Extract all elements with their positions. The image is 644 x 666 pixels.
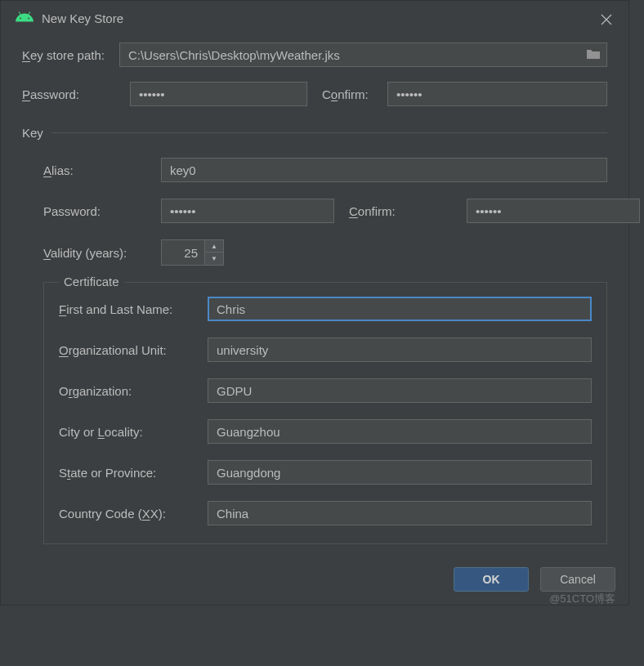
org-row: Organization:	[59, 378, 592, 403]
android-icon	[16, 11, 34, 26]
browse-folder-icon[interactable]	[586, 48, 601, 62]
validity-input[interactable]	[162, 240, 204, 265]
keystore-confirm-input[interactable]	[387, 82, 607, 106]
city-label: City or Locality:	[59, 425, 196, 439]
first-last-name-input[interactable]	[208, 297, 592, 321]
city-row: City or Locality:	[59, 419, 592, 444]
alias-row: Alias:	[43, 158, 607, 182]
keystore-password-group: Password:	[22, 82, 307, 106]
certificate-legend: Certificate	[59, 275, 124, 288]
country-label: Country Code (XX):	[59, 507, 196, 521]
org-label: Organization:	[59, 384, 196, 398]
org-unit-row: Organizational Unit:	[59, 337, 592, 362]
keystore-confirm-group: Confirm:	[322, 82, 607, 106]
keystore-path-wrapper	[119, 42, 607, 67]
keystore-password-row: Password: Confirm:	[22, 82, 607, 106]
country-input[interactable]	[208, 501, 592, 525]
state-label: State or Province:	[59, 466, 196, 480]
ok-button[interactable]: OK	[454, 567, 529, 592]
dialog-title: New Key Store	[42, 11, 123, 25]
org-input[interactable]	[208, 378, 592, 403]
section-divider	[51, 132, 607, 133]
validity-label: Validity (years):	[43, 246, 150, 260]
city-input[interactable]	[208, 419, 592, 444]
spinner-down-icon[interactable]: ▼	[205, 253, 223, 265]
key-password-row: Password: Confirm:	[43, 199, 607, 223]
keystore-confirm-label: Confirm:	[322, 87, 376, 101]
alias-input[interactable]	[161, 158, 607, 182]
cancel-button[interactable]: Cancel	[540, 567, 615, 592]
state-input[interactable]	[208, 460, 592, 485]
dialog-content: Key store path: Password: Confirm: Key	[1, 36, 628, 559]
key-confirm-group: Confirm:	[349, 199, 640, 223]
title-bar: New Key Store	[1, 1, 628, 36]
keystore-password-input[interactable]	[130, 82, 307, 106]
keystore-path-row: Key store path:	[22, 42, 607, 67]
close-icon[interactable]	[599, 12, 614, 27]
validity-spinner: ▲ ▼	[161, 239, 224, 266]
key-section-label: Key	[22, 126, 43, 140]
country-row: Country Code (XX):	[59, 501, 592, 525]
org-unit-input[interactable]	[208, 337, 592, 362]
spinner-buttons: ▲ ▼	[204, 240, 223, 265]
keystore-password-label: Password:	[22, 87, 119, 101]
watermark: @51CTO博客	[549, 592, 615, 606]
new-key-store-dialog: New Key Store Key store path: Password: …	[0, 0, 629, 606]
certificate-fieldset: Certificate First and Last Name: Organiz…	[43, 282, 607, 544]
alias-label: Alias:	[43, 163, 150, 177]
key-section-header: Key	[22, 126, 607, 140]
validity-row: Validity (years): ▲ ▼	[43, 239, 607, 266]
state-row: State or Province:	[59, 460, 592, 485]
key-password-group: Password:	[43, 199, 334, 223]
first-last-name-label: First and Last Name:	[59, 302, 196, 316]
org-unit-label: Organizational Unit:	[59, 343, 196, 357]
key-password-label: Password:	[43, 204, 150, 218]
spinner-up-icon[interactable]: ▲	[205, 240, 223, 253]
first-last-name-row: First and Last Name:	[59, 297, 592, 321]
key-section: Alias: Password: Confirm: Validity (year…	[22, 143, 607, 544]
button-bar: OK Cancel	[1, 559, 628, 605]
key-password-input[interactable]	[161, 199, 334, 223]
keystore-path-label: Key store path:	[22, 48, 105, 62]
keystore-path-input[interactable]	[119, 42, 607, 67]
key-confirm-input[interactable]	[467, 199, 640, 223]
key-confirm-label: Confirm:	[349, 204, 455, 218]
